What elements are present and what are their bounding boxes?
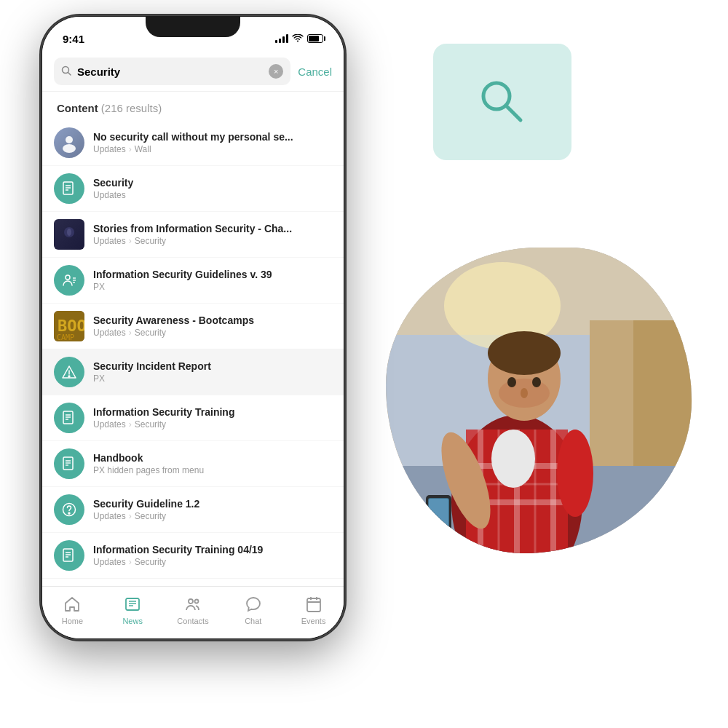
document-icon xyxy=(54,173,84,204)
list-item[interactable]: Information Security Training Updates › … xyxy=(42,395,344,441)
content-area: Content (216 results) No security call w… xyxy=(42,92,344,586)
list-item[interactable]: No security call without my personal se.… xyxy=(42,120,344,166)
document-icon xyxy=(54,448,84,479)
list-item[interactable]: Security Incident Report PX xyxy=(42,349,344,395)
search-bar-container[interactable]: Security × Cancel xyxy=(42,52,344,92)
svg-point-32 xyxy=(66,136,73,143)
svg-point-18 xyxy=(491,430,535,488)
item-content: No security call without my personal se.… xyxy=(93,131,332,154)
svg-rect-67 xyxy=(126,598,139,610)
svg-rect-6 xyxy=(633,320,692,466)
svg-point-23 xyxy=(532,377,541,387)
thumbnail-dark-icon xyxy=(54,219,84,250)
svg-rect-73 xyxy=(307,598,320,612)
results-header-label: Content xyxy=(57,102,98,114)
svg-text:CAMP: CAMP xyxy=(57,333,74,341)
battery-icon xyxy=(307,34,323,43)
item-content: Security Awareness - Bootcamps Updates ›… xyxy=(93,314,332,338)
svg-point-40 xyxy=(66,275,70,280)
avatar-icon xyxy=(54,127,84,158)
search-cancel-button[interactable]: Cancel xyxy=(298,66,332,78)
svg-point-20 xyxy=(488,331,561,375)
breadcrumb-part1: PX hidden pages from menu xyxy=(93,465,204,475)
search-magnifier-icon xyxy=(61,66,71,78)
svg-point-72 xyxy=(194,599,198,603)
tab-events-label: Events xyxy=(301,617,326,625)
thumbnail-yellow-icon: BOOT CAMP xyxy=(54,311,84,341)
svg-text:BOOT: BOOT xyxy=(58,317,84,335)
search-input[interactable]: Security xyxy=(77,66,263,78)
item-title: Stories from Information Security - Cha.… xyxy=(93,223,332,234)
list-item[interactable]: Information Security Training 03/19 Upda… xyxy=(42,579,344,586)
item-breadcrumb: Updates › Security xyxy=(93,511,332,521)
list-item[interactable]: Information Security Guidelines v. 39 PX xyxy=(42,258,344,304)
item-content: Security Updates xyxy=(93,177,332,200)
svg-point-24 xyxy=(521,388,528,398)
breadcrumb-part1: PX xyxy=(93,373,105,384)
status-time: 9:41 xyxy=(63,33,84,45)
svg-line-31 xyxy=(68,72,71,75)
item-breadcrumb: Updates › Security xyxy=(93,419,332,430)
svg-point-26 xyxy=(557,430,593,517)
question-icon xyxy=(54,494,84,525)
breadcrumb-part2: Security xyxy=(135,236,166,246)
breadcrumb-part2: Security xyxy=(135,419,166,430)
list-item[interactable]: BOOT CAMP Security Awareness - Bootcamps… xyxy=(42,304,344,349)
item-title: Security xyxy=(93,177,332,189)
breadcrumb-part1: Updates xyxy=(93,557,126,567)
item-breadcrumb: Updates › Wall xyxy=(93,144,332,154)
item-content: Security Incident Report PX xyxy=(93,360,332,384)
item-content: Information Security Guidelines v. 39 PX xyxy=(93,269,332,292)
svg-point-22 xyxy=(507,377,516,387)
item-content: Handbook PX hidden pages from menu xyxy=(93,452,332,475)
results-header: Content (216 results) xyxy=(42,92,344,120)
signal-icon xyxy=(275,34,288,43)
news-icon xyxy=(123,595,142,614)
list-item[interactable]: Handbook PX hidden pages from menu xyxy=(42,441,344,487)
item-title: No security call without my personal se.… xyxy=(93,131,332,143)
breadcrumb-part1: Updates xyxy=(93,419,126,430)
search-card xyxy=(433,44,571,160)
tab-news[interactable]: News xyxy=(111,595,154,625)
search-card-icon xyxy=(473,73,531,131)
breadcrumb-part1: Updates xyxy=(93,511,126,521)
list-item[interactable]: Information Security Training 04/19 Upda… xyxy=(42,533,344,579)
svg-point-58 xyxy=(68,513,70,514)
list-item[interactable]: Security Updates xyxy=(42,166,344,212)
item-title: Security Awareness - Bootcamps xyxy=(93,314,332,326)
document-icon xyxy=(54,403,84,433)
tab-home[interactable]: Home xyxy=(50,595,94,625)
item-breadcrumb: PX xyxy=(93,282,332,292)
tab-contacts[interactable]: Contacts xyxy=(171,595,215,625)
warning-icon xyxy=(54,357,84,387)
tab-chat[interactable]: Chat xyxy=(232,595,275,625)
status-icons xyxy=(275,34,323,43)
svg-point-33 xyxy=(63,144,76,153)
person-list-icon xyxy=(54,265,84,296)
breadcrumb-part2: Security xyxy=(135,328,166,338)
search-input-wrapper[interactable]: Security × xyxy=(54,58,290,85)
item-title: Information Security Guidelines v. 39 xyxy=(93,269,332,280)
breadcrumb-part2: Wall xyxy=(135,144,151,154)
document-icon xyxy=(54,540,84,571)
item-content: Information Security Training Updates › … xyxy=(93,406,332,430)
item-content: Stories from Information Security - Cha.… xyxy=(93,223,332,246)
phone-frame: 9:41 xyxy=(40,15,346,641)
home-icon xyxy=(63,595,82,614)
tab-home-label: Home xyxy=(62,617,83,625)
item-breadcrumb: Updates xyxy=(93,190,332,200)
tab-news-label: News xyxy=(122,617,143,625)
breadcrumb-part2: Security xyxy=(135,557,166,567)
list-item[interactable]: Stories from Information Security - Cha.… xyxy=(42,212,344,258)
item-content: Information Security Training 04/19 Upda… xyxy=(93,544,332,567)
breadcrumb-part1: Updates xyxy=(93,144,126,154)
phone-screen: 9:41 xyxy=(42,17,344,638)
search-clear-button[interactable]: × xyxy=(269,64,283,79)
item-title: Information Security Training xyxy=(93,406,332,418)
tab-events[interactable]: Events xyxy=(292,595,336,625)
phone-notch xyxy=(146,17,240,37)
breadcrumb-part1: Updates xyxy=(93,328,126,338)
list-item[interactable]: Security Guideline 1.2 Updates › Securit… xyxy=(42,487,344,533)
breadcrumb-part1: Updates xyxy=(93,236,126,246)
breadcrumb-part2: Security xyxy=(135,511,166,521)
